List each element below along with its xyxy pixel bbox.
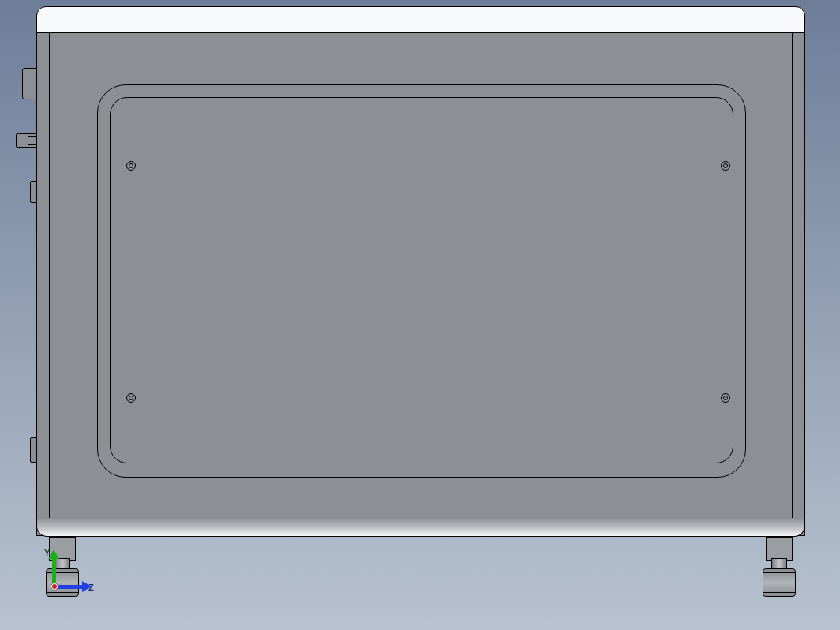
screw-top-right — [721, 161, 730, 171]
side-port-1 — [22, 68, 36, 99]
cad-model[interactable] — [0, 0, 840, 630]
caster-right — [763, 537, 796, 597]
y-axis-icon[interactable] — [52, 557, 56, 583]
screw-top-left — [126, 161, 136, 171]
access-panel-cover — [110, 97, 733, 463]
coordinate-triad[interactable]: Y Z — [41, 545, 96, 600]
screw-bottom-left — [126, 393, 136, 403]
z-axis-label: Z — [88, 583, 94, 592]
caster-bracket — [766, 537, 793, 561]
x-axis-icon[interactable] — [52, 584, 57, 589]
cad-viewport[interactable]: Y Z — [0, 0, 840, 630]
screw-bottom-right — [721, 393, 730, 403]
y-axis-label: Y — [44, 548, 50, 557]
enclosure-top-cap — [36, 6, 805, 34]
z-axis-icon[interactable] — [58, 585, 84, 589]
enclosure-bottom-cap — [36, 518, 805, 537]
caster-wheel — [763, 568, 796, 597]
